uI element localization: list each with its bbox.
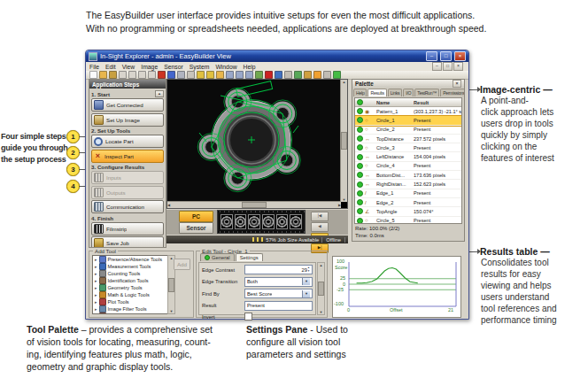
filmstrip-frame[interactable]	[290, 214, 302, 229]
scroll-down-icon[interactable]: ▼	[341, 197, 347, 202]
scrollbar-thumb[interactable]	[341, 132, 347, 150]
image-acquire-icon[interactable]	[255, 71, 263, 79]
expander-icon[interactable]: ▸	[95, 306, 97, 312]
flag-icon[interactable]	[197, 71, 205, 79]
list-item[interactable]: ▸ Geometry Tools	[93, 284, 174, 291]
spin-down-icon[interactable]: ▼	[307, 270, 310, 274]
title-bar[interactable]: In-Sight Explorer - admin - EasyBuilder …	[86, 50, 468, 62]
scroll-up-icon[interactable]: ▲	[341, 80, 347, 84]
palette-tab[interactable]: Links	[388, 89, 403, 96]
expander-icon[interactable]: ▸	[95, 271, 97, 276]
zoom-out-icon[interactable]	[226, 71, 234, 79]
table-row[interactable]: ○ Circle_3 Present	[355, 143, 461, 152]
maximize-button[interactable]: □	[440, 51, 452, 61]
table-row[interactable]: ◉ Pattern_1 (303.1,237.3) -21.1° score..…	[355, 107, 461, 116]
previous-frame-button[interactable]: ◀	[311, 222, 329, 232]
palette-close-icon[interactable]: ×	[453, 80, 461, 88]
list-item[interactable]: ▸ Math & Logic Tools	[93, 291, 174, 298]
filmstrip-frame[interactable]	[262, 214, 275, 229]
table-row[interactable]: ↔ LeftDistance 154.004 pixels	[355, 152, 461, 161]
table-row[interactable]: ○ Circle_5 Present	[355, 217, 461, 224]
communication-button[interactable]: Communication	[91, 200, 164, 213]
cut-icon[interactable]	[128, 71, 136, 79]
table-row[interactable]: / Edge_2 Present	[355, 198, 461, 207]
scroll-down-icon[interactable]: ▼	[168, 309, 174, 313]
list-item[interactable]: ▸ Identification Tools	[93, 277, 174, 284]
easybuilder-view-icon[interactable]	[313, 71, 321, 79]
table-row[interactable]: ○ Circle_1 Present	[355, 116, 461, 125]
expander-icon[interactable]: ▸	[95, 278, 97, 283]
edit-tool-scrollbar[interactable]: ▲ ▼	[317, 262, 325, 315]
image-horizontal-scrollbar[interactable]: ◀ ▶	[167, 201, 341, 208]
palette-tab[interactable]: Help	[353, 89, 367, 96]
tab-settings[interactable]: Settings	[236, 253, 263, 261]
list-item[interactable]: ▸ Measurement Tools	[93, 263, 174, 270]
menu-item[interactable]: Help	[244, 64, 256, 70]
filmstrip-frame[interactable]	[235, 214, 247, 229]
image-display-area[interactable]: ▲ ▼ ◀ ▶	[166, 79, 348, 209]
dropdown-arrow-icon[interactable]: ▼	[302, 290, 310, 297]
table-row[interactable]: ↔ RightDistan... 152.623 pixels	[355, 180, 461, 189]
menu-item[interactable]: System	[190, 64, 210, 70]
spinner-control[interactable]: ▲▼	[307, 266, 310, 273]
table-row[interactable]: / Edge_1 Present	[355, 189, 461, 198]
expander-icon[interactable]: ▸	[95, 264, 97, 269]
table-row[interactable]: ○ Circle_4 Present	[355, 162, 461, 171]
expander-icon[interactable]: ▸	[95, 313, 97, 314]
table-row[interactable]: ↔ TopDistance 237.572 pixels	[355, 135, 461, 143]
list-item[interactable]: ▸ Plot Tools	[93, 298, 174, 305]
list-item[interactable]: ▸ Counting Tools	[93, 270, 174, 277]
open-folder-icon[interactable]	[99, 71, 107, 79]
filmstrip-frame[interactable]	[248, 214, 260, 229]
palette-tab[interactable]: TestRun™	[414, 89, 439, 96]
menu-item[interactable]: Image	[141, 64, 158, 70]
menu-item[interactable]: View	[122, 64, 135, 70]
table-row[interactable]: ∠ TopAngle 150.074°	[355, 207, 461, 216]
outputs-button[interactable]: Outputs	[91, 186, 164, 199]
palette-tab[interactable]: Permissions	[440, 89, 464, 96]
grid-icon[interactable]	[284, 71, 292, 79]
scrollbar-thumb[interactable]	[242, 202, 267, 208]
online-icon[interactable]	[333, 71, 341, 79]
new-document-icon[interactable]	[89, 71, 97, 79]
print-icon[interactable]	[119, 71, 127, 79]
scroll-up-icon[interactable]: ▲	[155, 90, 164, 97]
add-button[interactable]: Add	[174, 259, 190, 270]
undo-icon[interactable]	[167, 71, 175, 79]
expander-icon[interactable]: ▸	[95, 285, 97, 290]
mdi-minimize-button[interactable]: –	[432, 62, 442, 71]
close-button[interactable]: ×	[454, 51, 466, 61]
menu-item[interactable]: Window	[215, 64, 236, 70]
edge-contrast-input[interactable]: 29 ▲▼	[244, 265, 313, 274]
delete-icon[interactable]	[158, 71, 166, 79]
menu-item[interactable]: Sensor	[164, 64, 183, 70]
name-column-header[interactable]: Name	[376, 100, 414, 105]
expander-icon[interactable]: ▸	[95, 257, 97, 262]
scroll-down-icon[interactable]: ▼	[318, 310, 324, 314]
user-icon[interactable]	[304, 71, 312, 79]
save-job-button[interactable]: Save Job	[91, 236, 164, 247]
flag-alt-icon[interactable]	[206, 71, 214, 79]
tab-general[interactable]: General	[200, 253, 235, 261]
table-row[interactable]: ○ Circle_2 Present	[355, 126, 461, 135]
expander-icon[interactable]: ▸	[95, 299, 97, 305]
mdi-restore-button[interactable]: □	[443, 62, 453, 71]
list-item[interactable]: ▸ Defect Detection Tools	[93, 313, 174, 314]
save-icon[interactable]	[109, 71, 117, 79]
filmstrip-frame[interactable]	[276, 214, 289, 229]
list-item[interactable]: ▸ Image Filter Tools	[93, 305, 174, 313]
palette-tab[interactable]: I/O	[403, 89, 414, 96]
list-item[interactable]: ▸ Presence/Absence Tools	[93, 256, 174, 263]
locate-part-button[interactable]: Locate Part	[91, 135, 164, 148]
spreadsheet-view-icon[interactable]	[323, 71, 331, 79]
folder-jobs-icon[interactable]	[216, 71, 224, 79]
table-row[interactable]: ↔ BottomDist... 173.636 pixels	[355, 171, 461, 180]
inputs-button[interactable]: Inputs	[91, 171, 164, 184]
set-up-image-button[interactable]: Set Up Image	[91, 113, 164, 127]
paste-icon[interactable]	[148, 71, 156, 79]
dropdown-arrow-icon[interactable]: ▼	[302, 278, 310, 285]
menu-item[interactable]: File	[89, 64, 99, 70]
redo-icon[interactable]	[177, 71, 185, 79]
edge-transition-select[interactable]: Both ▼	[244, 277, 313, 287]
filmstrip-button[interactable]: Filmstrip	[91, 222, 164, 235]
